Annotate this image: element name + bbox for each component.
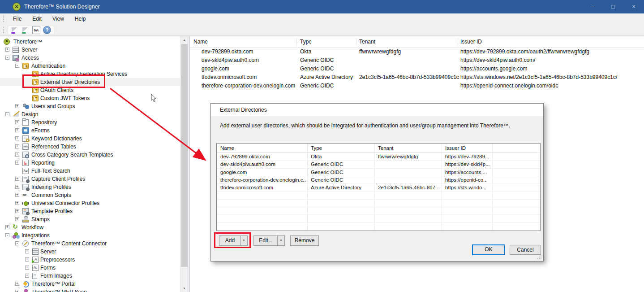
column-header-type[interactable]: Type [311, 144, 373, 153]
minimize-button[interactable]: – [582, 0, 603, 13]
dialog-row-tfodev-onmicrosoft-com[interactable]: tfodev.onmicrosoft.comAzure Active Direc… [217, 184, 540, 192]
tree-item-integrations[interactable]: -Integrations [0, 231, 188, 240]
dialog-row-dev-792899-okta-com[interactable]: dev-792899.okta.comOktaffwrwrwrewgfdgfgh… [217, 153, 540, 161]
expand-toggle-icon[interactable]: + [15, 217, 19, 221]
menu-edit[interactable]: Edit [27, 13, 47, 24]
tree-scrollbar[interactable]: ▲ ▼ [180, 36, 188, 292]
list-row-tfodev-onmicrosoft-com[interactable]: tfodev.onmicrosoft.comAzure Active Direc… [190, 73, 644, 82]
scroll-up-icon[interactable]: ▲ [180, 36, 188, 44]
expand-toggle-icon[interactable]: + [15, 193, 19, 197]
list-row-google-com[interactable]: google.comGeneric OIDChttps://accounts.g… [190, 65, 644, 73]
expand-toggle-icon[interactable]: + [25, 257, 29, 261]
column-header-name[interactable]: Name [220, 144, 305, 153]
tree-item-cross-category-search-templates[interactable]: +Cross Category Search Templates [0, 151, 188, 159]
expand-toggle-icon[interactable]: + [5, 48, 9, 52]
expand-toggle-icon[interactable]: + [5, 225, 9, 229]
expand-toggle-icon[interactable]: + [25, 266, 29, 270]
dialog-row-empty[interactable] [217, 207, 540, 215]
maximize-button[interactable]: □ [603, 0, 623, 13]
collapse-toggle-icon[interactable]: - [5, 112, 9, 116]
tree-item-users-and-groups[interactable]: +Users and Groups [0, 102, 188, 110]
close-button[interactable]: × [623, 0, 644, 13]
list-row-therefore-corporation-dev-onelogin-com[interactable]: therefore-corporation-dev.onelogin.comGe… [190, 82, 644, 90]
tree-item-stamps[interactable]: +Stamps [0, 215, 188, 223]
resize-grip[interactable] [537, 255, 541, 259]
scroll-down-icon[interactable]: ▼ [180, 285, 188, 292]
tree-item-therefore[interactable]: Therefore™ [0, 38, 188, 46]
expand-toggle-icon[interactable]: + [15, 136, 19, 140]
dialog-row-empty[interactable] [217, 192, 540, 199]
column-header-tenant[interactable]: Tenant [378, 144, 440, 153]
collapse-toggle-icon[interactable]: - [5, 233, 9, 237]
tree-item-referenced-tables[interactable]: +Referenced Tables [0, 143, 188, 151]
tree-item-reporting[interactable]: +Reporting [0, 159, 188, 167]
menu-view[interactable]: View [47, 13, 69, 24]
tree-item-indexing-profiles[interactable]: +Indexing Profiles [0, 183, 188, 191]
tree-item-keyword-dictionaries[interactable]: +Keyword Dictionaries [0, 135, 188, 143]
tree-item-therefore-content-connector[interactable]: -Therefore™ Content Connector [0, 240, 188, 248]
scrollbar-thumb[interactable] [181, 44, 188, 267]
expand-toggle-icon[interactable]: + [15, 120, 19, 124]
tree-item-form-images[interactable]: +Form Images [0, 272, 188, 280]
expand-toggle-icon[interactable]: + [15, 185, 19, 189]
tree-item-therefore-mep-scan[interactable]: +Therefore™ MEP Scan [0, 288, 188, 292]
tree-item-server[interactable]: +Server [0, 46, 188, 54]
tree-item-access[interactable]: -Access [0, 54, 188, 62]
expand-toggle-icon[interactable]: + [15, 161, 19, 165]
expand-toggle-icon[interactable]: + [25, 249, 29, 253]
language-icon[interactable]: 6A [32, 26, 40, 34]
collapse-toggle-icon[interactable]: - [15, 64, 19, 68]
tree-item-repository[interactable]: +Repository [0, 118, 188, 126]
tree-item-workflow[interactable]: +Workflow [0, 223, 188, 231]
dialog-row-empty[interactable] [217, 200, 540, 207]
expand-toggle-icon[interactable]: + [15, 153, 19, 157]
tree-item-eforms[interactable]: +eForms [0, 126, 188, 135]
edit-dropdown-icon[interactable]: ▼ [277, 236, 284, 245]
edit-button[interactable]: Edit... ▼ [253, 235, 285, 246]
column-header-issuer-id[interactable]: Issuer ID [445, 144, 490, 153]
expand-toggle-icon[interactable]: + [15, 104, 19, 108]
expand-toggle-icon[interactable]: + [15, 144, 19, 148]
column-header-type[interactable]: Type [300, 36, 312, 48]
tree-item-design[interactable]: -Design [0, 110, 188, 118]
dialog-row-empty[interactable] [217, 215, 540, 222]
tree-item-therefore-portal[interactable]: +Therefore™ Portal [0, 280, 188, 288]
list-row-dev-skld4piw-auth0-com[interactable]: dev-skld4piw.auth0.comGeneric OIDChttps:… [190, 56, 644, 65]
collapse-toggle-icon[interactable]: - [5, 56, 9, 60]
tree-item-template-profiles[interactable]: +Template Profiles [0, 207, 188, 215]
dialog-row-dev-skld4piw-auth0-com[interactable]: dev-skld4piw.auth0.comGeneric OIDChttps:… [217, 161, 540, 168]
solution-design-purple-icon[interactable] [11, 26, 19, 34]
expand-toggle-icon[interactable]: + [15, 290, 19, 292]
tree-item-server[interactable]: +Server [0, 248, 188, 256]
tree-item-custom-jwt-tokens[interactable]: Custom JWT Tokens [0, 94, 188, 102]
cancel-button[interactable]: Cancel [510, 245, 541, 255]
edit-button-label[interactable]: Edit... [254, 236, 278, 245]
help-icon[interactable]: ? [43, 26, 51, 34]
expand-toggle-icon[interactable]: + [15, 177, 19, 181]
expand-toggle-icon[interactable]: + [15, 282, 19, 286]
menu-help[interactable]: Help [69, 13, 91, 24]
column-header-tenant[interactable]: Tenant [359, 36, 375, 48]
list-row-dev-792899-okta-com[interactable]: dev-792899.okta.comOktaffwrwrwrewgfdgfgh… [190, 48, 644, 56]
solution-design-green-icon[interactable] [21, 26, 30, 34]
dialog-row-empty[interactable] [217, 223, 540, 231]
dialog-row-therefore-corporation-dev-onelogin-c[interactable]: therefore-corporation-dev.onelogin.c...G… [217, 176, 540, 184]
dialog-row-google-com[interactable]: google.comGeneric OIDChttps://accounts..… [217, 169, 540, 176]
menu-file[interactable]: File [8, 13, 27, 24]
remove-button[interactable]: Remove [290, 235, 319, 246]
expand-toggle-icon[interactable]: + [15, 209, 19, 213]
tree-item-common-scripts[interactable]: +Common Scripts [0, 191, 188, 199]
tree-item-preprocessors[interactable]: +Preprocessors [0, 256, 188, 264]
tree-item-capture-client-profiles[interactable]: +Capture Client Profiles [0, 175, 188, 183]
tree-item-forms[interactable]: +Forms [0, 264, 188, 272]
tree-item-universal-connector-profiles[interactable]: +Universal Connector Profiles [0, 199, 188, 207]
column-header-name[interactable]: Name [193, 36, 208, 48]
expand-toggle-icon[interactable]: + [25, 274, 29, 278]
expand-toggle-icon[interactable]: + [15, 128, 19, 132]
ok-button[interactable]: OK [472, 244, 505, 255]
tree-item-full-text-search[interactable]: Full-Text Search [0, 167, 188, 175]
collapse-toggle-icon[interactable]: - [15, 241, 19, 245]
tree-item-authentication[interactable]: -Authentication [0, 62, 188, 70]
column-header-issuer-id[interactable]: Issuer ID [460, 36, 482, 48]
expand-toggle-icon[interactable]: + [15, 201, 19, 205]
